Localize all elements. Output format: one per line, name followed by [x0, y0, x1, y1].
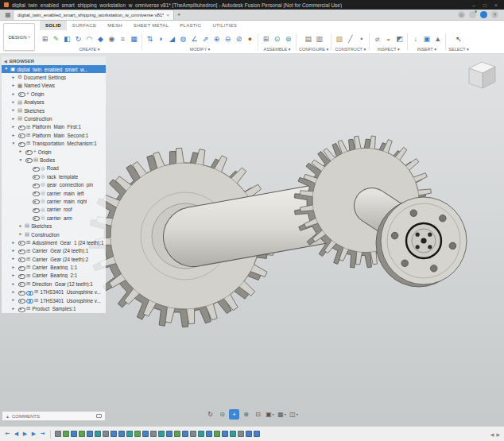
tree-item[interactable]: ▸⊞17HS3401_Usongshine v... [2, 288, 106, 296]
timeline-feature-extrude[interactable] [166, 431, 173, 437]
physical-material-icon[interactable]: ● [245, 33, 255, 44]
hole-icon[interactable]: ◉ [107, 33, 117, 44]
extrude-icon[interactable]: ◧ [62, 33, 72, 44]
tree-item[interactable]: ▸⊞Carrier_Bearing_2:1 [2, 272, 106, 280]
tree-expand-icon[interactable]: ▸ [11, 249, 16, 253]
go-to-end-icon[interactable]: ⇥ [39, 431, 46, 437]
tree-item[interactable]: ▸⊞Product_Samples:1 [2, 304, 106, 312]
tree-expand-icon[interactable]: ▸ [11, 282, 16, 287]
tree-item[interactable]: ▾⊞Transportation_Mechanism:1 [2, 140, 106, 148]
tree-expand-icon[interactable]: ▸ [11, 241, 16, 246]
timeline-feature-sketch[interactable] [214, 431, 220, 437]
tree-item[interactable]: ▸⊞Carrier_Gear (24 teeth):1 [2, 247, 106, 255]
timeline-feature-joint[interactable] [230, 431, 236, 437]
visibility-eye-icon[interactable] [17, 273, 25, 279]
tree-expand-icon[interactable]: ▾ [18, 158, 23, 163]
toolbar-group-label[interactable]: ASSEMBLE ▾ [264, 46, 291, 52]
visibility-eye-icon[interactable] [32, 190, 39, 196]
document-tab[interactable]: digital_twin_enabled_smart_shipping_work… [13, 10, 174, 20]
new-component-icon[interactable]: ⊞ [40, 33, 50, 44]
visibility-eye-icon[interactable] [25, 157, 32, 163]
tab-mesh[interactable]: MESH [102, 21, 128, 30]
avatar[interactable] [480, 11, 487, 18]
tree-item[interactable]: ◎gear_connection_pin [2, 180, 106, 188]
tree-expand-icon[interactable]: ▸ [18, 149, 23, 154]
view-cube[interactable] [469, 62, 495, 88]
tree-item[interactable]: ▸⚙Document Settings [2, 73, 106, 81]
offset-face-icon[interactable]: ⊖ [223, 33, 233, 44]
chamfer-icon[interactable]: ◢ [167, 33, 177, 44]
new-tab-button[interactable]: + [174, 10, 184, 19]
fit-icon[interactable]: ⊡ [253, 409, 263, 420]
shell-icon[interactable]: ◍ [178, 33, 188, 44]
visibility-eye-icon[interactable] [32, 198, 39, 204]
tree-item[interactable]: ▸⊞17HS3401_Usongshine v... [2, 296, 106, 304]
step-forward-icon[interactable]: ▶ [30, 431, 37, 437]
tree-item[interactable]: ▸+Origin [2, 90, 106, 98]
tree-expand-icon[interactable]: ▸ [11, 108, 16, 113]
timeline-feature-extrude[interactable] [71, 431, 77, 437]
tree-item[interactable]: ◎carrier_main_right [2, 197, 106, 205]
measure-icon[interactable]: ⌀ [372, 33, 382, 44]
tab-plastic[interactable]: PLASTIC [174, 21, 207, 30]
visibility-eye-icon[interactable] [32, 215, 39, 221]
close-icon[interactable]: × [492, 2, 500, 8]
tree-expand-icon[interactable]: ▸ [11, 257, 16, 261]
visibility-eye-icon[interactable] [32, 182, 39, 188]
timeline-feature-sketch[interactable] [174, 431, 180, 437]
tree-item[interactable]: ◎carrier_main_left [2, 189, 106, 197]
timeline-feature-sketch[interactable] [134, 431, 141, 437]
timeline-feature-extrude[interactable] [206, 431, 212, 437]
tree-item[interactable]: ▸▤Sketches [2, 222, 106, 230]
timeline-feature-component[interactable] [238, 431, 244, 437]
tree-expand-icon[interactable]: ▸ [11, 83, 16, 88]
close-tab-icon[interactable]: × [166, 13, 169, 17]
timeline-feature-joint[interactable] [95, 431, 101, 437]
visibility-eye-icon[interactable] [32, 165, 39, 172]
tree-expand-icon[interactable]: ▸ [11, 133, 16, 138]
select-window-icon[interactable]: ↖ [454, 33, 464, 44]
tree-expand-icon[interactable]: ▸ [11, 75, 16, 80]
tree-expand-icon[interactable]: ▸ [11, 307, 16, 311]
revolve-icon[interactable]: ↻ [73, 33, 83, 44]
split-body-icon[interactable]: ⊘ [234, 33, 244, 44]
timeline-scroll-left-icon[interactable]: ◀ [490, 431, 494, 437]
pan-icon[interactable]: + [229, 409, 239, 420]
collapse-browser-icon[interactable]: ◀ [4, 59, 7, 64]
decal-icon[interactable]: ▣ [421, 33, 432, 44]
browser-header[interactable]: ◀ BROWSER [2, 56, 106, 65]
draft-icon[interactable]: ∠ [189, 33, 200, 44]
go-to-start-icon[interactable]: ⇤ [4, 431, 11, 437]
timeline-feature-combine[interactable] [182, 431, 188, 437]
look-at-icon[interactable]: ⊙ [217, 409, 227, 420]
timeline-feature-joint[interactable] [198, 431, 204, 437]
section-analysis-icon[interactable]: ◒ [383, 33, 394, 44]
tab-sheet-metal[interactable]: SHEET METAL [128, 21, 174, 30]
timeline-feature-joint[interactable] [126, 431, 133, 437]
expand-comments-icon[interactable]: ▲ [6, 414, 10, 419]
timeline-feature-extrude[interactable] [222, 431, 228, 437]
tree-expand-icon[interactable]: ▸ [11, 92, 16, 97]
timeline-feature-extrude[interactable] [142, 431, 149, 437]
tree-expand-icon[interactable]: ▸ [11, 100, 16, 105]
comments-bar[interactable]: ▲ COMMENTS [2, 411, 106, 421]
tab-utilities[interactable]: UTILITIES [207, 21, 242, 30]
timeline-feature-extrude[interactable] [87, 431, 93, 437]
fillet-icon[interactable]: ◗ [156, 33, 166, 44]
tree-expand-icon[interactable]: ▸ [11, 125, 16, 130]
timeline-feature-component[interactable] [150, 431, 157, 437]
timeline-feature-component[interactable] [190, 431, 196, 437]
notification-bell-icon[interactable] [469, 11, 476, 18]
scale-icon[interactable]: ⇗ [200, 33, 211, 44]
tree-expand-icon[interactable]: ▸ [11, 273, 16, 278]
timeline-feature-joint[interactable] [158, 431, 165, 437]
tree-item[interactable]: ▸▤Construction [2, 230, 106, 238]
toolbar-group-label[interactable]: CREATE ▾ [79, 46, 99, 52]
visibility-eye-icon[interactable] [17, 289, 25, 296]
timeline-feature-extrude[interactable] [110, 431, 117, 437]
timeline-feature-sketch[interactable] [63, 431, 69, 437]
visibility-eye-icon[interactable] [17, 124, 25, 130]
insert-derive-icon[interactable]: ↓ [410, 33, 421, 44]
thread-icon[interactable]: ≡ [118, 33, 128, 44]
tree-item[interactable]: ▸▤Analyses [2, 99, 106, 106]
